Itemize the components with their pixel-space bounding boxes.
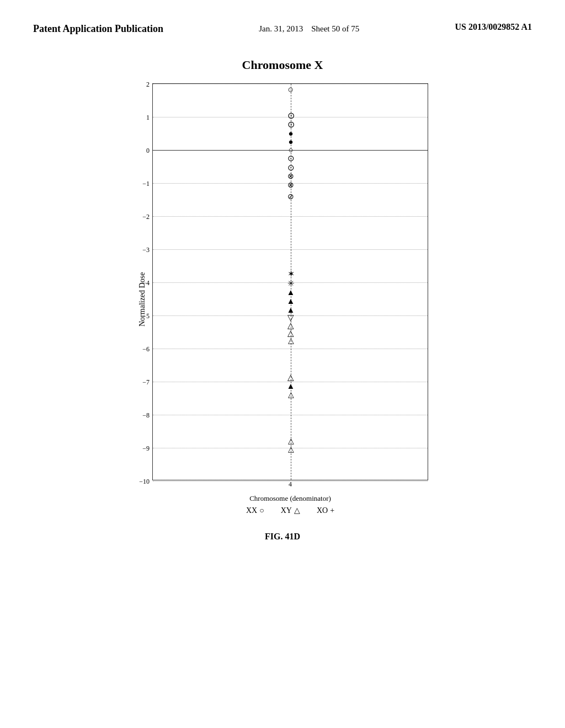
y-tick-0: 0 — [146, 147, 153, 155]
y-tick-n4: −4 — [142, 279, 153, 287]
data-point-xx-2: ⊙ — [287, 111, 295, 120]
legend: XX ○ XY △ XO + — [152, 506, 428, 515]
y-tick-n5: −5 — [142, 312, 153, 320]
data-point-xy-4: ▲ — [287, 297, 295, 306]
data-point-xx-1: ○ — [288, 84, 294, 94]
y-tick-1: 1 — [146, 114, 153, 122]
page-header: Patent Application Publication Jan. 31, … — [33, 22, 532, 36]
data-point-xy-3: ▲ — [287, 288, 295, 297]
data-point-xy-1: ✶ — [287, 270, 295, 279]
grid-line-n3: −3 — [153, 249, 428, 250]
y-tick-n9: −9 — [142, 445, 153, 453]
x-tick-4: 4 — [289, 480, 292, 489]
data-point-xy-10: △ — [287, 373, 294, 382]
data-point-xx-3: ⊙ — [287, 120, 295, 129]
chart-plot: 2 1 0 −1 −2 — [152, 83, 428, 480]
legend-xy-icon: △ — [294, 506, 300, 515]
y-tick-n2: −2 — [142, 213, 153, 221]
page: Patent Application Publication Jan. 31, … — [0, 0, 565, 728]
pub-date: Jan. 31, 2013 — [259, 24, 303, 33]
legend-xx-icon: ○ — [259, 506, 264, 515]
legend-xy: XY △ — [281, 506, 300, 515]
data-point-xy-2: ✳ — [287, 280, 295, 288]
data-point-xx-8: ⊙ — [287, 164, 295, 172]
data-point-xx-7: ⊙ — [287, 154, 295, 163]
legend-xx-symbol: XX — [246, 506, 257, 515]
data-point-xo-2: △ — [288, 446, 294, 453]
y-tick-n6: −6 — [142, 345, 153, 354]
grid-line-n2: −2 — [153, 216, 428, 217]
y-tick-n8: −8 — [142, 411, 153, 420]
sheet-info: Sheet 50 of 75 — [311, 24, 359, 33]
y-tick-n3: −3 — [142, 246, 153, 254]
data-point-xx-10: ⊗ — [287, 181, 294, 189]
header-date-sheet: Jan. 31, 2013 Sheet 50 of 75 — [259, 22, 359, 35]
chart-container: Normalized Dose 2 1 — [137, 83, 428, 515]
legend-xx: XX ○ — [246, 506, 264, 515]
chart-section: Chromosome X Normalized Dose 2 1 — [33, 58, 532, 542]
data-point-xy-11: ▲ — [287, 382, 295, 390]
fig-label: FIG. 41D — [265, 532, 300, 542]
legend-xo: XO + — [317, 506, 334, 515]
data-point-xx-11: ⊘ — [287, 193, 294, 201]
chart-title: Chromosome X — [242, 58, 323, 72]
grid-line-n6: −6 — [153, 349, 428, 349]
data-point-xx-9: ⊗ — [287, 173, 294, 180]
legend-xo-icon: + — [330, 506, 334, 515]
data-point-xx-5: ● — [288, 138, 293, 146]
y-tick-n10: −10 — [139, 478, 153, 486]
data-point-xy-12: △ — [288, 391, 294, 399]
patent-number: US 2013/0029852 A1 — [455, 22, 532, 32]
data-point-xo-1: △ — [288, 437, 294, 445]
data-point-xy-9: △ — [288, 337, 294, 345]
legend-xy-symbol: XY — [281, 506, 292, 515]
y-tick-n1: −1 — [142, 180, 153, 188]
y-tick-n7: −7 — [142, 378, 153, 387]
grid-line-n8: −8 — [153, 415, 428, 415]
legend-xo-symbol: XO — [317, 506, 328, 515]
data-point-xx-6: ○ — [288, 146, 293, 154]
publication-title: Patent Application Publication — [33, 22, 163, 36]
y-tick-2: 2 — [146, 81, 153, 89]
x-axis-label: Chromosome (denominator) — [152, 494, 428, 503]
x-axis-ticks: 4 — [152, 480, 428, 491]
data-point-xx-4: ● — [288, 130, 293, 138]
